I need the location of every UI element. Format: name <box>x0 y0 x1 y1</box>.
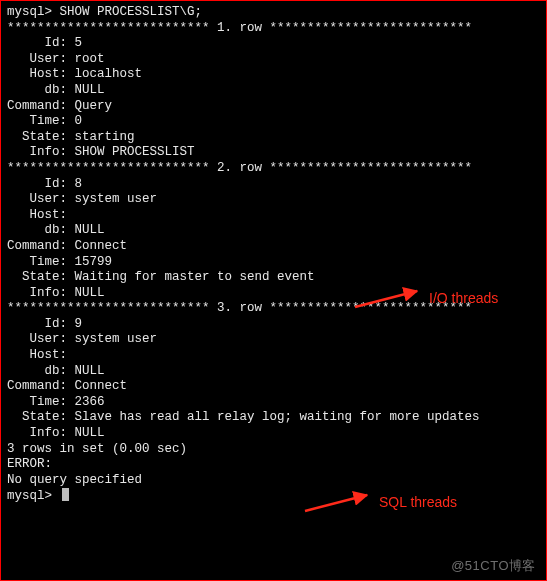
row-separator-2: *************************** 2. row *****… <box>7 161 540 177</box>
row3-info: Info: NULL <box>7 426 540 442</box>
cursor-block <box>62 488 69 501</box>
summary-line: 3 rows in set (0.00 sec) <box>7 442 540 458</box>
row1-id: Id: 5 <box>7 36 540 52</box>
row1-host: Host: localhost <box>7 67 540 83</box>
error-header: ERROR: <box>7 457 540 473</box>
row2-info: Info: NULL <box>7 286 540 302</box>
row3-host: Host: <box>7 348 540 364</box>
prompt-line-1[interactable]: mysql> SHOW PROCESSLIST\G; <box>7 5 540 21</box>
row1-command: Command: Query <box>7 99 540 115</box>
row3-db: db: NULL <box>7 364 540 380</box>
row-separator-1: *************************** 1. row *****… <box>7 21 540 37</box>
row1-state: State: starting <box>7 130 540 146</box>
row2-time: Time: 15799 <box>7 255 540 271</box>
prompt-text: mysql> <box>7 489 60 503</box>
row3-time: Time: 2366 <box>7 395 540 411</box>
row2-state: State: Waiting for master to send event <box>7 270 540 286</box>
error-message: No query specified <box>7 473 540 489</box>
terminal-frame: mysql> SHOW PROCESSLIST\G; *************… <box>0 0 547 581</box>
watermark: @51CTO博客 <box>451 558 536 574</box>
row1-info: Info: SHOW PROCESSLIST <box>7 145 540 161</box>
row2-id: Id: 8 <box>7 177 540 193</box>
row2-db: db: NULL <box>7 223 540 239</box>
row1-time: Time: 0 <box>7 114 540 130</box>
row2-host: Host: <box>7 208 540 224</box>
row3-command: Command: Connect <box>7 379 540 395</box>
row1-db: db: NULL <box>7 83 540 99</box>
row3-id: Id: 9 <box>7 317 540 333</box>
row-separator-3: *************************** 3. row *****… <box>7 301 540 317</box>
row3-user: User: system user <box>7 332 540 348</box>
prompt-line-2[interactable]: mysql> <box>7 488 540 505</box>
row2-command: Command: Connect <box>7 239 540 255</box>
row2-user: User: system user <box>7 192 540 208</box>
row1-user: User: root <box>7 52 540 68</box>
row3-state: State: Slave has read all relay log; wai… <box>7 410 540 426</box>
